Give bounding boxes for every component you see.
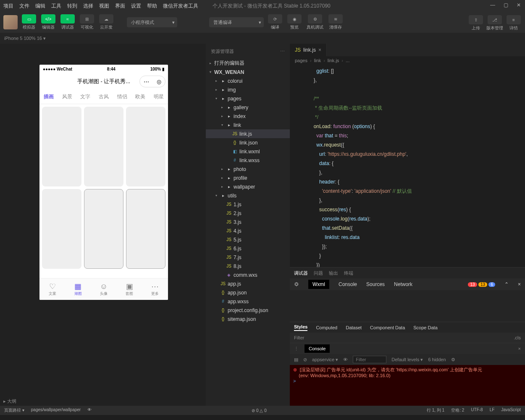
- menu-item[interactable]: 文件: [19, 3, 29, 10]
- tree-node[interactable]: JS5.js: [206, 235, 290, 244]
- status-item[interactable]: UTF-8: [471, 407, 483, 413]
- detail-button[interactable]: ≡详情: [506, 15, 522, 31]
- tree-node[interactable]: ▸▸wallpaper: [206, 182, 290, 191]
- breadcrumb[interactable]: pages › link › link.js › ...: [290, 56, 525, 65]
- tree-node[interactable]: {}link.json: [206, 138, 290, 147]
- compile-button[interactable]: ⟳编译: [267, 14, 283, 30]
- wallpaper-item[interactable]: [84, 107, 123, 186]
- devtools-collapse-icon[interactable]: ⌃: [504, 281, 509, 287]
- maximize-icon[interactable]: ▢: [504, 2, 508, 8]
- category-tab[interactable]: 情侣: [113, 90, 131, 104]
- menu-item[interactable]: 微信开发者工具: [163, 3, 198, 10]
- wallpaper-item[interactable]: [42, 189, 81, 269]
- console-drawer-icon[interactable]: ⋮: [294, 346, 299, 352]
- minimize-icon[interactable]: —: [490, 2, 495, 8]
- simulator-button[interactable]: ▭模拟器: [21, 14, 37, 30]
- page-path-label[interactable]: 页面路径 ▾: [4, 407, 24, 413]
- capsule[interactable]: ⋯◎: [139, 76, 165, 87]
- category-tab[interactable]: 欧美: [131, 90, 150, 104]
- console-tab[interactable]: Console: [304, 344, 330, 353]
- tree-node[interactable]: JSapp.js: [206, 279, 290, 288]
- tree-section[interactable]: ▸打开的编辑器: [206, 59, 290, 68]
- more-icon[interactable]: ⋯: [280, 49, 285, 54]
- category-tab[interactable]: 插画: [39, 90, 58, 104]
- hidden-count[interactable]: 6 hidden: [428, 357, 446, 362]
- styles-tab[interactable]: Scope Data: [413, 325, 437, 330]
- tree-node[interactable]: ▸▸colorui: [206, 76, 290, 85]
- tabbar-item[interactable]: ⋯更多: [142, 278, 168, 300]
- tree-node[interactable]: {}app.json: [206, 288, 290, 297]
- visual-button[interactable]: ⊞可视化: [79, 14, 95, 30]
- tree-node[interactable]: ▸▸gallery: [206, 103, 290, 112]
- tree-node[interactable]: JS7.js: [206, 253, 290, 262]
- tree-node[interactable]: ▾▸pages: [206, 94, 290, 103]
- version-button[interactable]: ⎇版本管理: [486, 15, 504, 31]
- problems-count[interactable]: ⊘ 0 △ 0: [252, 408, 266, 413]
- tree-node[interactable]: {}sitemap.json: [206, 315, 290, 323]
- styles-tab[interactable]: Styles: [294, 324, 307, 331]
- wallpaper-item[interactable]: [126, 189, 165, 269]
- context-select[interactable]: appservice ▾: [312, 357, 338, 362]
- menu-item[interactable]: 选择: [83, 3, 93, 10]
- status-item[interactable]: 空格: 2: [451, 407, 464, 413]
- devtools-tab[interactable]: Console: [339, 281, 357, 287]
- code-area[interactable]: gglist: [] }, /** * 生命周期函数--监听页面加载 */ on…: [290, 65, 525, 267]
- tree-node[interactable]: {}project.config.json: [206, 306, 290, 315]
- mode-select[interactable]: 小程序模式: [127, 17, 177, 27]
- menu-item[interactable]: 设置: [131, 3, 141, 10]
- close-icon[interactable]: ✕: [517, 2, 521, 8]
- menu-item[interactable]: 转到: [67, 3, 77, 10]
- tree-node[interactable]: #app.wxss: [206, 297, 290, 306]
- menu-item[interactable]: 帮助: [147, 3, 157, 10]
- devtools-tab[interactable]: Network: [394, 281, 412, 287]
- console-close-icon[interactable]: ×: [518, 346, 521, 351]
- preview-button[interactable]: ◉预览: [286, 14, 302, 30]
- tree-node[interactable]: JS6.js: [206, 244, 290, 253]
- tree-node[interactable]: #link.wxss: [206, 156, 290, 165]
- tree-node[interactable]: JS8.js: [206, 262, 290, 270]
- simulator-info-bar[interactable]: iPhone 5 100% 16 ▾: [0, 33, 525, 44]
- console-sidebar-icon[interactable]: ▤: [294, 357, 298, 362]
- filter-input[interactable]: Filter: [294, 335, 304, 340]
- tabbar-item[interactable]: ▣套图: [117, 278, 142, 300]
- tree-node[interactable]: JS4.js: [206, 226, 290, 235]
- tree-node[interactable]: ▾▸utils: [206, 191, 290, 200]
- tree-node[interactable]: ▾▸link: [206, 121, 290, 129]
- console-clear-icon[interactable]: ⊘: [303, 357, 307, 362]
- tree-node[interactable]: JS1.js: [206, 200, 290, 209]
- levels-select[interactable]: Default levels ▾: [391, 357, 423, 362]
- tree-node[interactable]: ◈comm.wxs: [206, 270, 290, 279]
- tab-close-icon[interactable]: ×: [318, 47, 321, 53]
- editor-button[interactable]: </>编辑器: [40, 14, 56, 30]
- menu-item[interactable]: 界面: [115, 3, 125, 10]
- menu-item[interactable]: 视图: [99, 3, 109, 10]
- devtools-tab[interactable]: Wxml: [308, 280, 329, 289]
- tree-node[interactable]: ▸▸photo: [206, 165, 290, 173]
- status-item[interactable]: LF: [490, 407, 495, 413]
- cls-toggle[interactable]: .cls: [514, 335, 521, 340]
- tree-node[interactable]: ▸▸profile: [206, 173, 290, 182]
- styles-tab[interactable]: Component Data: [370, 325, 405, 330]
- remote-debug-button[interactable]: ⚙真机调试: [306, 14, 324, 30]
- tabbar-item[interactable]: ☺头像: [91, 278, 116, 300]
- tabbar-item[interactable]: ♡文案: [39, 278, 65, 300]
- project-root[interactable]: ▾WX_WENAN: [206, 68, 290, 76]
- elements-inspect-icon[interactable]: ⯐: [294, 281, 299, 287]
- tree-node[interactable]: JS2.js: [206, 209, 290, 218]
- tree-node[interactable]: JSlink.js: [206, 129, 290, 138]
- compile-select[interactable]: 普通编译: [209, 17, 264, 27]
- tree-node[interactable]: JS3.js: [206, 218, 290, 226]
- wallpaper-item[interactable]: [42, 107, 81, 186]
- avatar[interactable]: [3, 15, 18, 29]
- clear-cache-button[interactable]: ≋清缓存: [328, 14, 344, 30]
- eye-icon[interactable]: 👁: [343, 357, 348, 362]
- debugger-button[interactable]: ≈调试器: [60, 14, 76, 30]
- menu-item[interactable]: 项目: [3, 3, 13, 10]
- status-item[interactable]: JavaScript: [501, 407, 521, 413]
- wallpaper-item[interactable]: [126, 107, 165, 186]
- menu-item[interactable]: 工具: [51, 3, 61, 10]
- gear-icon[interactable]: ⚙: [451, 357, 455, 362]
- devtools-close-icon[interactable]: ×: [518, 281, 521, 287]
- tree-node[interactable]: ▸▸img: [206, 85, 290, 94]
- menu-item[interactable]: 编辑: [35, 3, 45, 10]
